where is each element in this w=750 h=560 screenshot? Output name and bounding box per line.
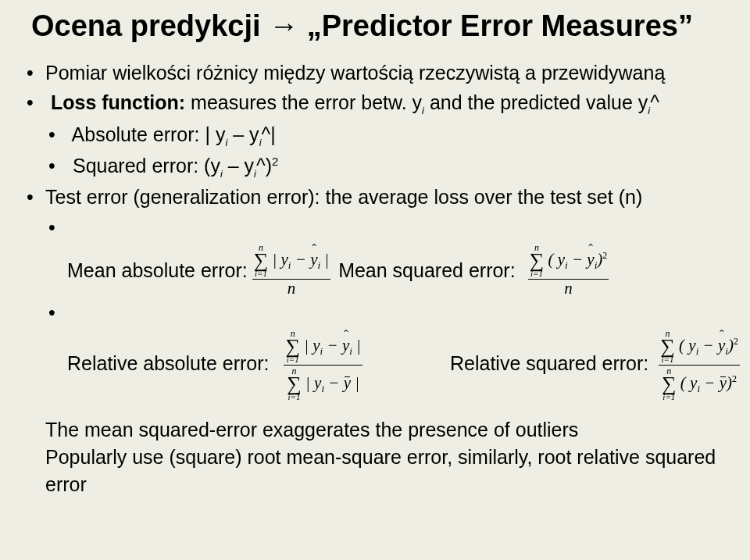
conclusion-block: The mean squared-error exaggerates the p…: [31, 416, 719, 498]
conclusion-line1: The mean squared-error exaggerates the p…: [45, 416, 719, 444]
mse-label: Mean squared error:: [338, 255, 516, 286]
title-suffix: „Predictor Error Measures”: [298, 9, 693, 42]
title-arrow: →: [269, 9, 298, 42]
bullet-loss-function: Loss function: measures the error betw. …: [45, 87, 719, 119]
bullet-list-level1: Pomiar wielkości różnicy między wartości…: [31, 58, 719, 119]
mae-formula: n∑i=1 | yi − yi | n: [252, 242, 330, 298]
mae-label: Mean absolute error:: [67, 255, 248, 286]
rae-formula: n∑i=1 | yi − yi | n∑i=1 | yi − y |: [279, 328, 366, 402]
bullet-mae-mse: Mean absolute error: n∑i=1 | yi − yi | n…: [67, 212, 719, 298]
bullet-abs-error: Absolute error: | yi – yi^|: [67, 119, 719, 151]
conclusion-line2: Popularly use (square) root mean-square …: [45, 444, 719, 498]
rse-label: Relative squared error:: [450, 352, 648, 374]
bullet-list-level2b: Mean absolute error: n∑i=1 | yi − yi | n…: [31, 212, 719, 403]
bullet-test-error: Test error (generalization error): the a…: [45, 182, 719, 212]
slide-title: Ocena predykcji → „Predictor Error Measu…: [31, 9, 719, 44]
rse-formula: n∑i=1 ( yi − yi)2 n∑i=1 ( yi − y)2: [654, 328, 745, 402]
title-prefix: Ocena predykcji: [31, 9, 269, 42]
slide: Ocena predykcji → „Predictor Error Measu…: [0, 0, 750, 514]
bullet-measure-diff: Pomiar wielkości różnicy między wartości…: [45, 58, 719, 88]
mse-formula: n∑i=1 ( yi − yi)2 n: [528, 242, 609, 298]
bullet-list-level2a: Absolute error: | yi – yi^| Squared erro…: [31, 119, 719, 182]
bullet-rae-rse: Relative absolute error: n∑i=1 | yi − yi…: [67, 298, 719, 402]
bullet-sq-error: Squared error: (yi – yi^)2: [67, 151, 719, 182]
bullet-list-level1b: Test error (generalization error): the a…: [31, 182, 719, 212]
rae-label: Relative absolute error:: [67, 352, 269, 374]
